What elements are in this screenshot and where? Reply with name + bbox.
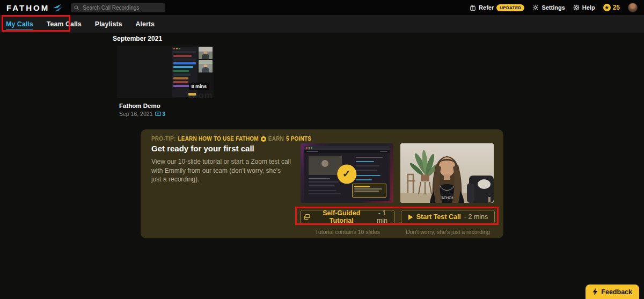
- call-card[interactable]: 8 mins zoom Fathom Demo Sep 16, 2021 3: [117, 46, 214, 117]
- earn-label: EARN: [268, 136, 284, 142]
- fathom-logo-text: FATHOM: [6, 3, 49, 12]
- nav-tabs: My Calls Team Calls Playlists Alerts: [0, 15, 644, 33]
- call-caption: Don't worry, she's just a recording: [401, 229, 495, 235]
- points-value: 25: [613, 4, 620, 11]
- earn-points-value: 5 POINTS: [286, 136, 311, 142]
- start-test-call-button[interactable]: Start Test Call - 2 mins: [401, 210, 495, 224]
- tutorial-button-duration: - 1 min: [373, 209, 391, 224]
- refer-button[interactable]: Refer UPDATED: [470, 4, 524, 11]
- play-icon: [408, 214, 413, 220]
- participant-video-tile: [199, 47, 213, 59]
- self-guided-tutorial-button[interactable]: Self-Guided Tutorial - 1 min: [300, 210, 395, 224]
- settings-button[interactable]: Settings: [532, 4, 565, 11]
- test-call-preview-thumbnail[interactable]: FATHOM: [400, 143, 494, 203]
- call-title[interactable]: Fathom Demo: [117, 103, 214, 109]
- participant-video-tile: [199, 60, 213, 72]
- user-avatar[interactable]: [628, 3, 638, 12]
- refer-label: Refer: [479, 4, 494, 11]
- call-meta: Sep 16, 2021 3: [117, 111, 214, 117]
- call-button-duration: - 2 mins: [464, 213, 488, 221]
- gift-icon: [470, 4, 476, 11]
- duration-badge: 8 mins: [189, 83, 209, 90]
- month-header: September 2021: [113, 35, 162, 42]
- settings-label: Settings: [541, 4, 565, 11]
- emmily-illustration: FATHOM: [400, 143, 494, 203]
- zoom-watermark: zoom: [188, 90, 213, 98]
- tutorial-caption: Tutorial contains 10 slides: [300, 229, 395, 235]
- fathom-logo[interactable]: FATHOM: [6, 3, 62, 12]
- protip-panel: PRO-TIP: LEARN HOW TO USE FATHOM EARN 5 …: [141, 129, 503, 238]
- points-counter[interactable]: ★ 25: [603, 4, 620, 11]
- search-input[interactable]: [82, 4, 162, 11]
- search-bar: [71, 3, 165, 12]
- fathom-logo-icon: [53, 4, 62, 12]
- tab-my-calls[interactable]: My Calls: [6, 15, 33, 33]
- tab-my-calls-label: My Calls: [6, 20, 33, 28]
- tab-team-calls[interactable]: Team Calls: [47, 15, 82, 33]
- tab-team-calls-label: Team Calls: [47, 20, 82, 28]
- call-thumbnail[interactable]: 8 mins zoom: [117, 46, 214, 98]
- shirt-logo-text: FATHOM: [440, 196, 455, 200]
- gear-icon: [532, 4, 539, 11]
- call-date: Sep 16, 2021: [119, 111, 152, 117]
- check-circle-icon: ✓: [337, 164, 356, 184]
- tutorial-button-label: Self-Guided Tutorial: [313, 209, 370, 224]
- coin-icon: [261, 136, 266, 142]
- protip-eyebrow: PRO-TIP: LEARN HOW TO USE FATHOM EARN 5 …: [151, 136, 311, 142]
- tab-playlists[interactable]: Playlists: [95, 15, 122, 33]
- tutorial-preview-thumbnail[interactable]: ✓: [301, 143, 393, 203]
- highlight-video-icon: [155, 112, 161, 116]
- protip-title: Get ready for your first call: [151, 144, 254, 153]
- help-icon: [573, 4, 580, 11]
- call-button-label: Start Test Call: [416, 213, 461, 221]
- fathom-app: FATHOM Refer: [0, 0, 644, 299]
- protip-eyebrow-label: PRO-TIP:: [151, 136, 176, 142]
- protip-body: View our 10-slide tutorial or start a Zo…: [151, 157, 292, 184]
- feedback-button[interactable]: Feedback: [586, 285, 639, 299]
- highlight-count-value: 3: [162, 111, 165, 117]
- slides-icon: [304, 214, 310, 220]
- tutorial-tooltip-mock: [352, 184, 386, 198]
- feedback-label: Feedback: [601, 288, 632, 296]
- tab-alerts[interactable]: Alerts: [136, 15, 155, 33]
- help-button[interactable]: Help: [573, 4, 595, 11]
- search-icon: [74, 5, 79, 10]
- coin-star-icon: ★: [603, 4, 611, 11]
- protip-eyebrow-title: LEARN HOW TO USE FATHOM: [178, 136, 259, 142]
- top-bar-actions: Refer UPDATED Settings Help ★: [470, 3, 638, 12]
- top-bar: FATHOM Refer: [0, 0, 644, 15]
- tab-alerts-label: Alerts: [136, 20, 155, 28]
- highlight-count[interactable]: 3: [155, 111, 165, 117]
- help-label: Help: [582, 4, 595, 11]
- tab-playlists-label: Playlists: [95, 20, 122, 28]
- updated-badge: UPDATED: [496, 4, 524, 11]
- lightning-bolt-icon: [592, 288, 598, 295]
